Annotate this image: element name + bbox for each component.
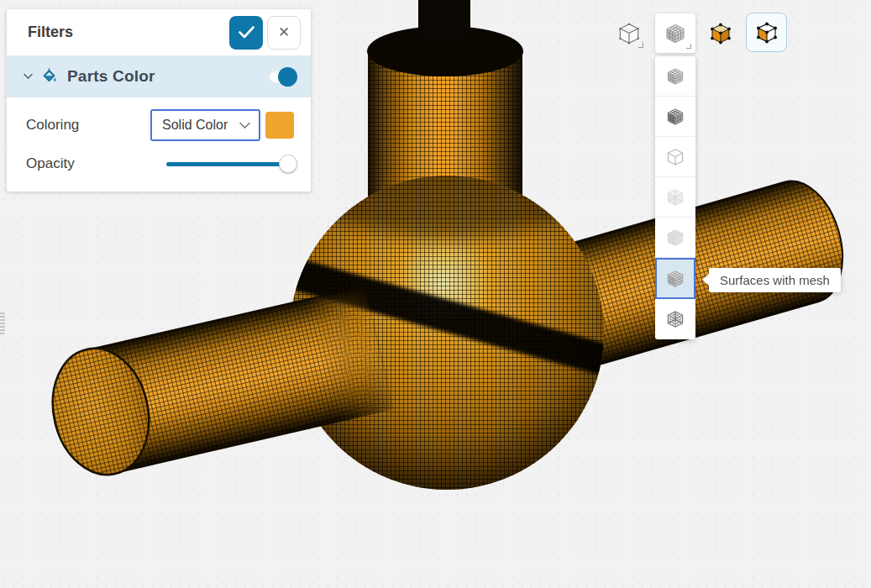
coloring-row: Coloring Solid Color bbox=[26, 109, 294, 141]
menu-item-solid-with-mesh[interactable] bbox=[655, 56, 695, 97]
flyout-corner-mark bbox=[686, 44, 691, 49]
geometry-view-button[interactable] bbox=[702, 14, 739, 52]
mesh-display-menu bbox=[655, 56, 695, 339]
menu-item-transparent[interactable] bbox=[655, 177, 695, 218]
menu-item-surfaces-with-mesh[interactable] bbox=[655, 258, 695, 299]
check-icon bbox=[239, 26, 254, 39]
cube-transparent-mesh-icon bbox=[665, 227, 685, 249]
parts-color-label: Parts Color bbox=[67, 67, 269, 86]
parts-color-settings: Coloring Solid Color Opacity bbox=[7, 97, 311, 192]
flyout-corner-mark bbox=[638, 43, 643, 48]
coloring-select[interactable]: Solid Color bbox=[150, 109, 260, 141]
paint-bucket-icon bbox=[39, 67, 59, 86]
cube-shaded-mesh-icon bbox=[665, 106, 685, 128]
chevron-down-icon[interactable] bbox=[24, 73, 33, 80]
cube-surfaces-with-mesh-icon bbox=[665, 268, 685, 290]
coloring-select-value: Solid Color bbox=[162, 118, 239, 133]
cube-mesh-icon bbox=[664, 21, 687, 46]
apply-filters-button[interactable] bbox=[229, 16, 263, 50]
mesh-display-mode-button[interactable] bbox=[655, 13, 695, 53]
panel-title: Filters bbox=[28, 24, 229, 41]
filters-panel-header: Filters ✕ bbox=[7, 9, 311, 55]
parts-color-section-header[interactable]: Parts Color bbox=[7, 55, 311, 97]
slider-track bbox=[166, 162, 289, 166]
cube-surfaces-icon bbox=[665, 146, 685, 168]
valve-left-pipe bbox=[40, 285, 393, 484]
chevron-down-icon bbox=[239, 122, 250, 129]
close-icon: ✕ bbox=[278, 24, 290, 41]
cube-mesh-wireframe-icon bbox=[665, 308, 685, 330]
mesh-view-button[interactable] bbox=[746, 13, 787, 52]
opacity-label: Opacity bbox=[26, 155, 166, 172]
valve-stem bbox=[418, 0, 470, 40]
opacity-row: Opacity bbox=[26, 155, 294, 173]
cube-solid-with-mesh-icon bbox=[665, 66, 685, 87]
menu-item-transparent-mesh[interactable] bbox=[655, 218, 695, 258]
menu-item-mesh-wireframe[interactable] bbox=[655, 299, 695, 339]
menu-item-shaded-mesh[interactable] bbox=[655, 97, 695, 137]
tooltip-surfaces-with-mesh: Surfaces with mesh bbox=[709, 268, 841, 292]
opacity-slider[interactable] bbox=[166, 155, 289, 173]
render-mode-button[interactable] bbox=[611, 14, 648, 52]
cube-solid-orange-icon bbox=[709, 21, 732, 46]
toggle-knob bbox=[278, 67, 297, 87]
cube-transparent-icon bbox=[665, 186, 685, 208]
cube-orange-white-icon bbox=[755, 20, 779, 45]
coloring-label: Coloring bbox=[26, 117, 150, 134]
slider-knob[interactable] bbox=[279, 155, 297, 173]
solid-color-swatch[interactable] bbox=[265, 112, 294, 139]
left-panel-handle[interactable] bbox=[0, 312, 5, 334]
close-filters-button[interactable]: ✕ bbox=[267, 16, 301, 50]
menu-item-surfaces[interactable] bbox=[655, 137, 695, 177]
filters-panel: Filters ✕ Parts Color Coloring bbox=[7, 9, 311, 192]
valve-bonnet bbox=[367, 0, 523, 198]
parts-color-toggle[interactable] bbox=[269, 71, 294, 83]
